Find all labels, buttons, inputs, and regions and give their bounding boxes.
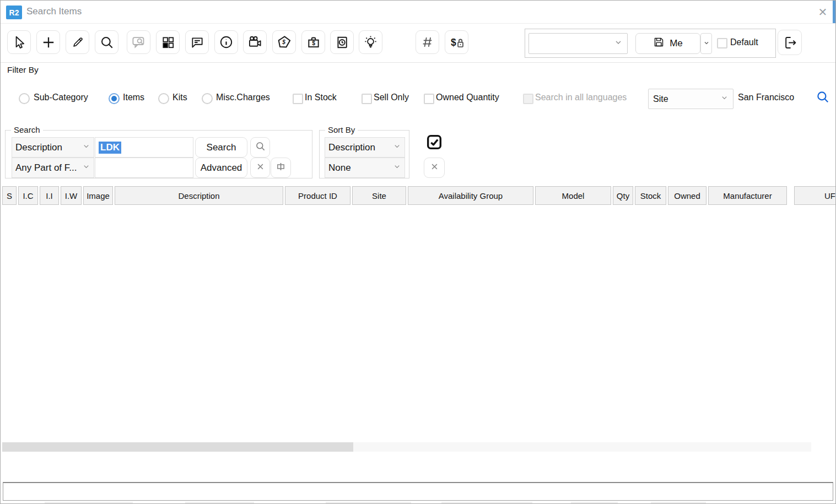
media-button[interactable] [243,30,267,54]
add-button[interactable] [36,30,60,54]
column-header-s[interactable]: S [2,186,17,205]
chevron-down-icon [393,162,401,174]
search-tool-button[interactable] [95,30,118,54]
search-button[interactable]: Search [195,137,247,158]
search-field-select[interactable]: Description [12,137,94,158]
idea-button[interactable] [359,30,382,54]
pointer-icon [12,35,26,50]
search-field-value: Description [15,142,62,153]
clear-search-button[interactable] [250,158,270,178]
default-label: Default [730,37,758,47]
sortby-legend: Sort By [325,125,358,134]
column-header-manufacturer[interactable]: Manufacturer [708,186,787,205]
chevron-down-icon [720,94,729,104]
select-all-button[interactable] [424,133,445,154]
save-view-dropdown[interactable] [700,33,712,54]
horizontal-scrollbar[interactable] [2,442,811,452]
search-all-languages-checkbox [523,94,533,104]
sort-primary-select[interactable]: Description [325,137,405,158]
tile-view-button[interactable] [156,30,180,54]
x-icon [256,162,265,174]
close-button[interactable]: ✕ [815,5,830,19]
filter-by-label: Filter By [7,65,39,75]
price-tag-button[interactable]: $ [272,30,296,54]
search-lookup-button[interactable] [250,137,270,158]
site-select[interactable]: Site [648,89,733,109]
exit-button[interactable] [778,30,802,55]
briefcase-dollar-icon: $ [306,35,321,50]
grid-icon [161,35,175,50]
svg-text:$: $ [450,37,456,48]
info-button[interactable] [214,30,238,54]
search-match-select[interactable]: Any Part of F... [12,158,94,178]
column-header-i-i[interactable]: I.I [40,186,59,205]
sell-only-checkbox[interactable] [362,94,372,104]
flip-layout-button[interactable] [271,158,291,178]
notes-button[interactable] [185,30,209,54]
video-camera-icon [247,35,262,50]
column-header-site[interactable]: Site [352,186,406,205]
sort-primary-value: Description [328,142,375,153]
radio-sub-category[interactable] [19,93,30,104]
radio-kits[interactable] [158,93,169,104]
scrollbar-thumb[interactable] [2,442,353,452]
default-checkbox[interactable] [717,38,727,48]
column-header-uf[interactable]: UF [794,186,836,205]
quick-search-button[interactable] [127,30,150,54]
price-lock-button[interactable]: $ [445,30,468,54]
in-stock-checkbox[interactable] [293,94,303,104]
status-bar [3,482,833,501]
bottom-stub [45,502,133,504]
radio-sub-category-label: Sub-Category [34,93,88,102]
site-select-value: Site [653,94,668,104]
save-view-me-button[interactable]: Me [635,33,700,54]
clear-selection-button[interactable] [424,158,445,178]
site-search-button[interactable] [816,90,830,106]
saved-view-select[interactable] [528,33,628,54]
column-header-availability-group[interactable]: Availability Group [408,186,533,205]
sell-only-label: Sell Only [374,93,409,102]
column-header-stock[interactable]: Stock [635,186,666,205]
edge-artifact [833,1,835,25]
search-query2-input[interactable] [95,158,193,178]
plus-icon [41,35,56,50]
radio-misc-charges[interactable] [202,93,213,104]
title-bar: R2 Search Items ✕ [1,1,835,23]
column-header-owned[interactable]: Owned [668,186,706,205]
radio-items-label: Items [123,93,144,102]
magnifier-icon [255,141,266,154]
radio-misc-charges-label: Misc.Charges [216,93,270,102]
column-header-i-w[interactable]: I.W [61,186,82,205]
bottom-stub [185,502,254,504]
bottom-stub [571,502,618,504]
search-query-input[interactable]: LDK [95,137,193,158]
checked-checkbox-icon [425,133,444,154]
svg-text:$: $ [282,39,285,45]
toolbar: $ $ $ Me [1,23,835,63]
column-header-description[interactable]: Description [115,186,283,205]
x-icon [430,162,439,174]
column-header-product-id[interactable]: Product ID [285,186,350,205]
pencil-icon [71,36,84,49]
save-view-me-label: Me [670,38,683,49]
history-button[interactable] [330,30,354,54]
number-button[interactable] [416,30,439,54]
column-header-image[interactable]: Image [83,186,113,205]
search-match-value: Any Part of F... [15,162,77,174]
r2-app-icon: R2 [6,6,22,19]
column-header-i-c[interactable]: I.C [18,186,38,205]
radio-items[interactable] [109,93,120,104]
lightbulb-icon [363,35,378,50]
sort-secondary-select[interactable]: None [325,158,405,178]
edit-button[interactable] [66,30,89,54]
owned-quantity-checkbox[interactable] [424,94,434,104]
chat-search-icon [131,35,146,50]
advanced-button[interactable]: Advanced [195,158,247,178]
bottom-stub [326,502,411,504]
column-header-model[interactable]: Model [535,186,611,205]
pointer-tool-button[interactable] [7,30,31,54]
saved-view-group: Me Default [525,29,776,58]
rates-button[interactable]: $ [301,30,325,54]
exit-icon [783,35,797,50]
column-header-qty[interactable]: Qty [613,186,633,205]
